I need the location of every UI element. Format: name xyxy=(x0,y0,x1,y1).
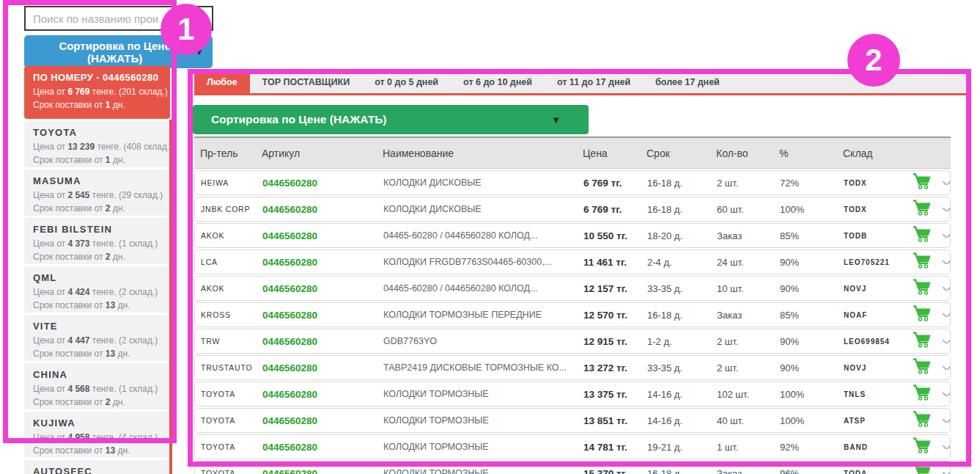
tab-top-suppliers[interactable]: ТОР ПОСТАВЩИКИ xyxy=(250,71,363,93)
tab-any[interactable]: Любое xyxy=(194,71,250,93)
row-article-link[interactable]: 0446560280 xyxy=(262,230,383,241)
app: Сортировка по Цене (НАЖАТЬ) ▼ ПО НОМЕРУ … xyxy=(0,0,980,474)
add-to-cart-button[interactable] xyxy=(912,279,943,298)
sidebar-item[interactable]: KUJIWA Цена от 4 958 тенге. (4 склад.) С… xyxy=(24,412,170,458)
row-name: КОЛОДКИ ДИСКОВЫЕ xyxy=(383,178,583,188)
row-maker: AKOK xyxy=(201,284,262,293)
table-row[interactable]: TOYOTA 0446560280 КОЛОДКИ ТОРМОЗНЫЕ 15 3… xyxy=(194,461,951,474)
table-row[interactable]: JNBK CORP 0446560280 КОЛОДКИ ДИСКОВЫЕ 6 … xyxy=(194,197,951,222)
row-article-link[interactable]: 0446560280 xyxy=(262,362,383,373)
add-to-cart-button[interactable] xyxy=(912,200,943,219)
sidebar-item-brand: MASUMA xyxy=(33,175,163,186)
sidebar-item[interactable]: TOYOTA Цена от 13 239 тенге. (408 склад.… xyxy=(24,121,170,167)
row-article-link[interactable]: 0446560280 xyxy=(262,310,383,321)
row-expand-chevron[interactable] xyxy=(943,445,950,449)
row-expand-chevron[interactable] xyxy=(943,366,950,370)
row-term: 16-18 д. xyxy=(647,468,717,474)
tab-6-10-days[interactable]: от 6 до 10 дней xyxy=(451,71,545,93)
add-to-cart-button[interactable] xyxy=(912,437,943,456)
sidebar-item-brand: CHINA xyxy=(33,369,163,380)
row-article-link[interactable]: 0446560280 xyxy=(262,283,383,294)
add-to-cart-button[interactable] xyxy=(912,173,943,192)
sidebar-item[interactable]: CHINA Цена от 4 568 тенге. (1 склад.) Ср… xyxy=(24,363,170,409)
add-to-cart-button[interactable] xyxy=(912,411,943,430)
row-term: 33-35 д. xyxy=(647,283,717,294)
sidebar-item-price: Цена от 4 373 тенге. (1 склад.) xyxy=(33,237,163,250)
col-maker: Пр-тель xyxy=(200,147,262,159)
row-store: LEO705221 xyxy=(844,258,912,266)
sidebar-item[interactable]: VITE Цена от 4 447 тенге. (2 склад.) Сро… xyxy=(24,315,170,361)
table-row[interactable]: TOYOTA 0446560280 КОЛОДКИ ТОРМОЗНЫЕ 14 7… xyxy=(194,434,951,459)
tab-0-5-days[interactable]: от 0 до 5 дней xyxy=(362,71,451,93)
row-article-link[interactable]: 0446560280 xyxy=(262,389,383,400)
row-expand-chevron[interactable] xyxy=(943,208,950,211)
table-row[interactable]: KROSS 0446560280 КОЛОДКИ ТОРМОЗНЫЕ ПЕРЕД… xyxy=(194,302,951,327)
row-percent: 100% xyxy=(780,204,844,215)
sidebar-item[interactable]: AUTOSFEC Цена от Срок поставки от дн. xyxy=(24,460,170,474)
add-to-cart-button[interactable] xyxy=(912,464,943,474)
table-row[interactable]: TRUSTAUTO 0446560280 ТАВР2419 ДИСКОВЫЕ Т… xyxy=(194,355,951,380)
add-to-cart-button[interactable] xyxy=(912,226,943,245)
row-article-link[interactable]: 0446560280 xyxy=(262,204,383,215)
add-to-cart-button[interactable] xyxy=(912,358,943,377)
add-to-cart-button[interactable] xyxy=(912,252,943,271)
row-expand-chevron[interactable] xyxy=(943,393,950,396)
row-expand-chevron[interactable] xyxy=(943,234,950,238)
row-maker: TRW xyxy=(201,337,262,346)
row-expand-chevron[interactable] xyxy=(943,260,950,264)
table-row[interactable]: TOYOTA 0446560280 КОЛОДКИ ТОРМОЗНЫЕ 13 8… xyxy=(194,408,951,433)
row-price: 14 781 тг. xyxy=(583,442,647,453)
row-store: ATSP xyxy=(844,417,912,425)
add-to-cart-button[interactable] xyxy=(912,384,943,404)
cart-icon xyxy=(912,305,932,321)
row-name: КОЛОДКИ ТОРМОЗНЫЕ ПЕРЕДНИЕ xyxy=(383,310,583,320)
row-store: TODA xyxy=(844,470,912,474)
add-to-cart-button[interactable] xyxy=(912,305,943,324)
row-expand-chevron[interactable] xyxy=(943,472,950,474)
table-row[interactable]: AKOK 0446560280 04465-60280 / 0446560280… xyxy=(194,223,951,248)
table-row[interactable]: HEIWA 0446560280 КОЛОДКИ ДИСКОВЫЕ 6 769 … xyxy=(194,170,951,195)
sidebar-item-term: Срок поставки от 13 дн. xyxy=(33,347,163,360)
sidebar-item-selected[interactable]: ПО НОМЕРУ - 0446560280 Цена от 6 769 тен… xyxy=(24,66,170,119)
row-article-link[interactable]: 0446560280 xyxy=(262,178,383,189)
tab-more-17-days[interactable]: более 17 дней xyxy=(643,71,732,93)
row-price: 13 851 тг. xyxy=(583,415,647,426)
results-sort-label: Сортировка по Цене (НАЖАТЬ) xyxy=(211,113,387,126)
row-article-link[interactable]: 0446560280 xyxy=(262,257,383,268)
row-expand-chevron[interactable] xyxy=(943,340,950,343)
results-sort-button[interactable]: Сортировка по Цене (НАЖАТЬ) ▼ xyxy=(193,105,589,134)
row-term: 1-2 д. xyxy=(647,336,717,347)
row-price: 11 461 тг. xyxy=(583,257,647,268)
row-article-link[interactable]: 0446560280 xyxy=(262,415,383,426)
row-qty: Заказ xyxy=(717,230,780,241)
sidebar-item[interactable]: FEBI BILSTEIN Цена от 4 373 тенге. (1 ск… xyxy=(24,218,170,264)
row-qty: 60 шт. xyxy=(717,204,780,215)
col-article: Артикул xyxy=(262,147,383,159)
row-qty: 2 шт. xyxy=(717,178,780,189)
sidebar-scrollbar[interactable] xyxy=(169,120,172,474)
row-expand-chevron[interactable] xyxy=(943,287,950,291)
row-expand-chevron[interactable] xyxy=(943,419,950,423)
sidebar-item[interactable]: QML Цена от 4 424 тенге. (2 склад.) Срок… xyxy=(24,266,170,313)
chevron-down-icon xyxy=(943,445,950,449)
chevron-down-icon xyxy=(943,260,950,264)
row-expand-chevron[interactable] xyxy=(943,181,950,185)
row-expand-chevron[interactable] xyxy=(943,313,950,317)
sidebar-item[interactable]: MASUMA Цена от 2 545 тенге. (29 склад.) … xyxy=(24,169,170,216)
row-maker: KROSS xyxy=(201,310,262,319)
table-row[interactable]: TRW 0446560280 GDB7763YO 12 915 тг. 1-2 … xyxy=(194,329,951,354)
tab-11-17-days[interactable]: от 11 до 17 дней xyxy=(545,71,643,93)
row-qty: 2 шт. xyxy=(717,362,780,373)
table-row[interactable]: AKOK 0446560280 04465-60280 / 0446560280… xyxy=(194,276,951,301)
add-to-cart-button[interactable] xyxy=(912,332,943,351)
chevron-down-icon xyxy=(943,287,950,291)
row-article-link[interactable]: 0446560280 xyxy=(262,468,383,474)
chevron-down-icon xyxy=(943,393,950,396)
table-row[interactable]: LCA 0446560280 КОЛОДКИ FRGDB7763S04465-6… xyxy=(194,249,951,274)
table-row[interactable]: TOYOTA 0446560280 КОЛОДКИ ТОРМОЗНЫЕ 13 3… xyxy=(194,382,951,406)
chevron-down-icon xyxy=(943,208,950,211)
row-percent: 90% xyxy=(780,257,844,268)
row-percent: 90% xyxy=(780,336,844,347)
row-article-link[interactable]: 0446560280 xyxy=(262,442,383,453)
row-article-link[interactable]: 0446560280 xyxy=(262,336,383,347)
